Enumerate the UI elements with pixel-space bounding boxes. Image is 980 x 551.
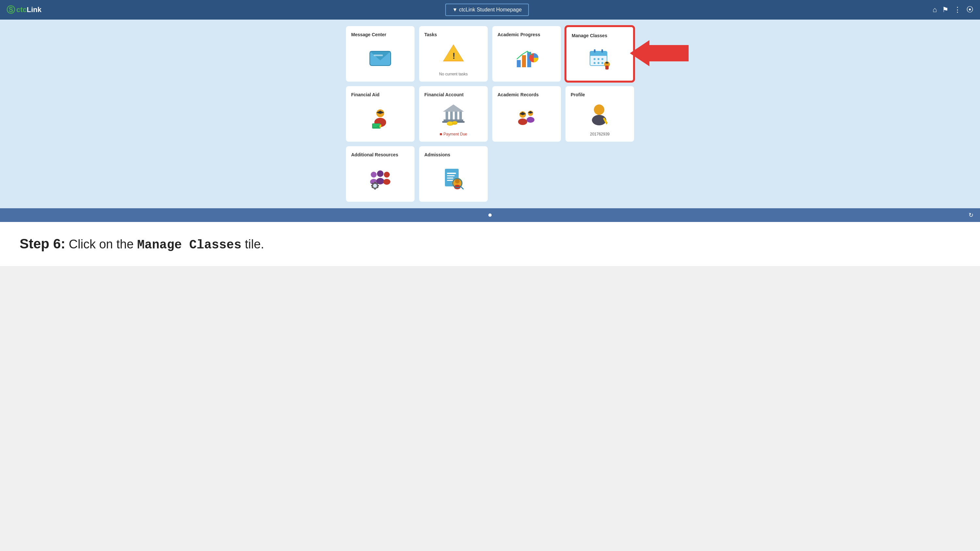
svg-point-19 [601,62,603,64]
nav-right-icons: ⌂ ⚑ ⋮ ⦿ [932,6,974,14]
payment-due-icon: ■ [440,132,442,137]
tile-profile[interactable]: Profile 201762939 [565,86,634,142]
svg-rect-39 [459,112,462,119]
tile-financial-aid-title: Financial Aid [351,92,380,97]
additional-resources-icon [367,165,393,192]
svg-point-79 [455,179,460,183]
manage-classes-icon [587,45,613,71]
academic-progress-icon [514,45,540,71]
svg-point-51 [527,117,535,123]
svg-rect-74 [447,173,456,174]
logo-symbol: Ⓢ [6,4,15,16]
tile-financial-aid[interactable]: Financial Aid [346,86,415,142]
tile-academic-records[interactable]: Academic Records [492,86,561,142]
svg-rect-76 [447,178,453,179]
svg-point-16 [601,58,603,60]
svg-point-60 [384,172,390,178]
tiles-grid: Message Center Tasks [52,26,928,202]
svg-point-58 [377,170,383,177]
tile-financial-account[interactable]: Financial Account [419,86,488,142]
bottom-dot [488,213,492,217]
svg-rect-25 [607,62,607,64]
tile-admissions[interactable]: Admissions [419,146,488,202]
svg-rect-8 [522,55,526,67]
svg-rect-3 [374,54,383,56]
tile-profile-id: 201762939 [590,132,609,137]
refresh-icon[interactable]: ↻ [969,211,974,219]
svg-rect-40 [444,119,463,121]
logo-text: ctcLink [16,6,41,14]
tile-tasks-title: Tasks [424,32,437,37]
tile-tasks[interactable]: Tasks ! No current tasks [419,26,488,82]
bottom-bar: ↻ [0,208,980,222]
step-text: Click on the [69,237,137,251]
svg-point-17 [593,62,595,64]
tile-admissions-icon-area [424,160,482,197]
red-arrow [630,40,689,68]
explore-icon[interactable]: ⦿ [966,6,974,14]
tile-manage-classes[interactable]: Manage Classes [565,26,634,82]
tile-manage-classes-title: Manage Classes [572,33,607,38]
browser-frame: Ⓢ ctcLink ▼ ctcLink Student Homepage ⌂ ⚑… [0,0,980,266]
nav-logo: Ⓢ ctcLink [6,4,41,16]
svg-rect-33 [373,126,377,127]
svg-point-15 [598,58,600,60]
svg-rect-37 [450,112,453,119]
tile-tasks-icon-area: ! [424,40,482,69]
step-highlight: Manage Classes [137,238,242,252]
tile-academic-progress[interactable]: Academic Progress [492,26,561,82]
tile-message-center-title: Message Center [351,32,386,37]
tile-academic-progress-icon-area [498,40,556,76]
financial-account-icon [440,102,466,128]
svg-rect-64 [374,182,375,183]
tile-financial-aid-icon-area [351,100,409,137]
tile-admissions-title: Admissions [424,152,450,157]
step-text2: tile. [245,237,264,251]
tile-academic-records-icon-area [498,100,556,137]
svg-point-61 [383,179,390,185]
svg-rect-38 [455,112,457,119]
tile-additional-resources-title: Additional Resources [351,152,398,157]
tile-message-center-icon-area [351,40,409,76]
tile-financial-account-title: Financial Account [424,92,463,97]
homepage-dropdown-button[interactable]: ▼ ctcLink Student Homepage [445,3,529,16]
svg-rect-29 [380,111,380,113]
svg-rect-65 [374,188,375,190]
nav-bar: Ⓢ ctcLink ▼ ctcLink Student Homepage ⌂ ⚑… [0,0,980,20]
tile-profile-icon-area [571,100,629,129]
svg-point-45 [452,121,457,124]
academic-records-icon [514,105,540,132]
tile-profile-title: Profile [571,92,585,97]
main-content: Message Center Tasks [0,20,980,208]
svg-rect-13 [590,54,607,56]
svg-rect-66 [371,185,373,186]
tile-financial-account-icon-area [424,100,482,129]
svg-point-56 [371,172,377,178]
home-icon[interactable]: ⌂ [932,6,937,14]
tasks-icon: ! [440,42,466,68]
step-number: Step 6: [20,236,65,251]
tile-tasks-sub: No current tasks [439,72,468,76]
tile-message-center[interactable]: Message Center [346,26,415,82]
tile-academic-records-title: Academic Records [498,92,539,97]
svg-marker-35 [443,105,464,112]
svg-point-14 [593,58,595,60]
svg-point-48 [518,119,527,125]
flag-icon[interactable]: ⚑ [942,6,949,14]
svg-marker-26 [630,40,689,66]
profile-icon [587,102,613,128]
tile-manage-classes-icon-area [572,41,628,75]
svg-rect-21 [601,49,603,52]
svg-point-18 [598,62,600,64]
tile-payment-due: ■ Payment Due [440,132,468,137]
tile-academic-progress-title: Academic Progress [498,32,540,37]
svg-point-52 [594,105,605,115]
tile-additional-resources[interactable]: Additional Resources [346,146,415,202]
svg-line-82 [461,186,463,189]
more-vert-icon[interactable]: ⋮ [954,6,961,14]
homepage-dropdown-label: ▼ ctcLink Student Homepage [452,7,522,13]
svg-rect-20 [594,49,595,52]
svg-rect-32 [373,124,380,125]
svg-point-63 [373,184,377,188]
payment-due-label: Payment Due [444,132,468,137]
